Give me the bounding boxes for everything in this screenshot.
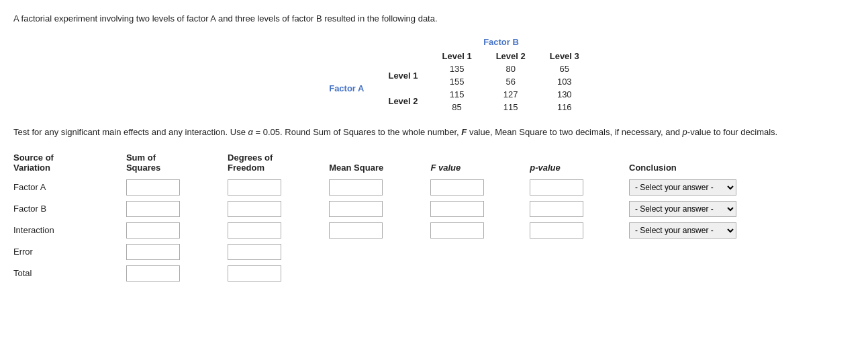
col-p-header: p-value: [530, 150, 629, 177]
input-p-2[interactable]: [530, 222, 583, 239]
col-f-header: F value: [430, 150, 530, 177]
cell-a1-b2-r1: 80: [484, 62, 538, 75]
cell-a2-b1-r2: 85: [430, 101, 484, 114]
col-level1-header: Level 1: [430, 50, 484, 62]
factor-a-label: Factor A: [317, 62, 376, 114]
input-ss-2[interactable]: [126, 222, 180, 239]
cell-a1-b3-r2: 103: [538, 75, 591, 88]
input-ms-1[interactable]: [329, 201, 383, 217]
input-df-3[interactable]: [228, 244, 281, 260]
cell-a1-b2-r2: 56: [484, 75, 538, 88]
input-p-1[interactable]: [530, 201, 583, 217]
col-source-header: Source of Variation: [13, 150, 126, 177]
input-df-4[interactable]: [228, 265, 281, 282]
anova-row-label-2: Interaction: [13, 220, 126, 241]
input-ms-0[interactable]: [329, 179, 383, 196]
col-level2-header: Level 2: [484, 50, 538, 62]
data-table-container: Factor B Level 1 Level 2 Level 3 Factor …: [13, 37, 855, 114]
input-f-0[interactable]: [430, 179, 484, 196]
input-ms-2[interactable]: [329, 222, 383, 239]
anova-row-label-4: Total: [13, 263, 126, 284]
data-table: Level 1 Level 2 Level 3 Factor A Level 1…: [317, 50, 591, 114]
cell-a2-b3-r1: 130: [538, 88, 591, 101]
cell-a2-b2-r1: 127: [484, 88, 538, 101]
input-f-2[interactable]: [430, 222, 484, 239]
input-ss-0[interactable]: [126, 179, 180, 196]
instructions-text: Test for any significant main effects an…: [13, 126, 855, 140]
input-df-2[interactable]: [228, 222, 281, 239]
cell-a2-b1-r1: 115: [430, 88, 484, 101]
anova-row-label-0: Factor A: [13, 177, 126, 198]
input-p-0[interactable]: [530, 179, 583, 196]
input-ss-4[interactable]: [126, 265, 180, 282]
input-df-0[interactable]: [228, 179, 281, 196]
cell-a2-b2-r2: 115: [484, 101, 538, 114]
input-df-1[interactable]: [228, 201, 281, 217]
cell-a2-b3-r2: 116: [538, 101, 591, 114]
col-level3-header: Level 3: [538, 50, 591, 62]
col-mean-header: Mean Square: [329, 150, 430, 177]
factor-a-level2-label: Level 2: [376, 88, 430, 114]
factor-b-label: Factor B: [483, 37, 519, 47]
cell-a1-b3-r1: 65: [538, 62, 591, 75]
anova-row-label-1: Factor B: [13, 198, 126, 220]
input-f-1[interactable]: [430, 201, 484, 217]
anova-row-label-3: Error: [13, 241, 126, 263]
select-conclusion-0[interactable]: - Select your answer -SignificantNot Sig…: [629, 179, 736, 196]
select-conclusion-1[interactable]: - Select your answer -SignificantNot Sig…: [629, 201, 736, 217]
intro-text: A factorial experiment involving two lev…: [13, 13, 855, 24]
input-ss-1[interactable]: [126, 201, 180, 217]
anova-table: Source of Variation Sum of Squares Degre…: [13, 150, 855, 284]
cell-a1-b1-r2: 155: [430, 75, 484, 88]
select-conclusion-2[interactable]: - Select your answer -SignificantNot Sig…: [629, 222, 736, 239]
factor-a-level1-label: Level 1: [376, 62, 430, 88]
col-conclusion-header: Conclusion: [629, 150, 855, 177]
input-ss-3[interactable]: [126, 244, 180, 260]
col-sum-header: Sum of Squares: [126, 150, 228, 177]
col-deg-header: Degrees of Freedom: [228, 150, 329, 177]
cell-a1-b1-r1: 135: [430, 62, 484, 75]
